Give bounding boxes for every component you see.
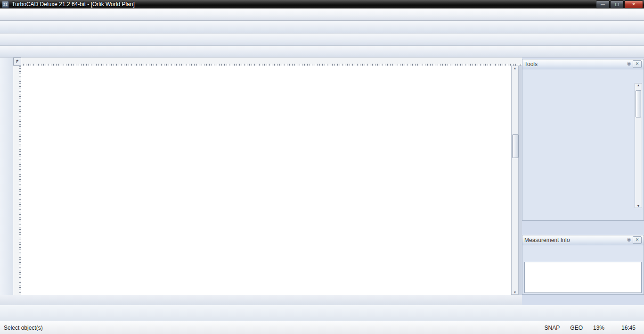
panel-scroll-up-icon[interactable]: ▲ bbox=[635, 84, 642, 87]
vertical-ruler[interactable] bbox=[13, 66, 22, 295]
tools-panel-titlebar[interactable]: Tools ◉ ✕ bbox=[522, 59, 644, 69]
measurement-panel-titlebar[interactable]: Measurement Info ◉ ✕ bbox=[522, 235, 644, 245]
scroll-up-icon[interactable]: ▲ bbox=[512, 67, 518, 70]
ruler-origin-button[interactable]: ↱ bbox=[13, 58, 21, 66]
pin-icon[interactable]: ◉ bbox=[625, 61, 633, 67]
property-toolbar bbox=[0, 46, 644, 58]
app-icon: 21 bbox=[2, 1, 9, 8]
tools-panel: Tools ◉ ✕ ▲ ▼ bbox=[522, 59, 644, 221]
status-bar: Select object(s) SNAP GEO 13% 16:45 bbox=[0, 321, 644, 334]
drawing-canvas[interactable] bbox=[21, 66, 511, 295]
measurement-panel-title: Measurement Info bbox=[524, 237, 570, 243]
minimize-button[interactable]: — bbox=[596, 0, 610, 8]
status-hint: Select object(s) bbox=[4, 325, 43, 331]
tools-panel-title: Tools bbox=[524, 61, 538, 67]
geo-indicator[interactable]: GEO bbox=[570, 325, 583, 331]
panel-scroll-thumb[interactable] bbox=[636, 90, 641, 117]
panel-close-icon[interactable]: ✕ bbox=[633, 236, 642, 244]
model-drawing bbox=[21, 66, 511, 295]
panel-scroll-down-icon[interactable]: ▼ bbox=[635, 204, 642, 208]
horizontal-ruler[interactable] bbox=[21, 58, 522, 66]
title-bar: 21 TurboCAD Deluxe 21.2 64-bit - [Orlik … bbox=[0, 0, 644, 8]
standard-toolbar bbox=[0, 21, 644, 33]
scroll-down-icon[interactable]: ▼ bbox=[512, 291, 518, 294]
window-title: TurboCAD Deluxe 21.2 64-bit - [Orlik Wor… bbox=[12, 1, 135, 8]
vscroll-thumb[interactable] bbox=[512, 134, 519, 158]
drawing-tools-toolbar bbox=[0, 58, 13, 305]
snap-indicator[interactable]: SNAP bbox=[545, 325, 560, 331]
selection-inspector-bar bbox=[0, 305, 644, 321]
pin-icon[interactable]: ◉ bbox=[625, 237, 633, 243]
turbocad-window: 21 TurboCAD Deluxe 21.2 64-bit - [Orlik … bbox=[0, 0, 644, 334]
sheet-tab-bar bbox=[0, 295, 522, 305]
panel-scrollbar[interactable]: ▲ ▼ bbox=[635, 83, 642, 208]
panel-close-icon[interactable]: ✕ bbox=[633, 60, 642, 68]
clock: 16:45 bbox=[621, 325, 636, 331]
menu-bar bbox=[0, 8, 644, 21]
zoom-level: 13% bbox=[593, 325, 615, 331]
close-button[interactable]: ✕ bbox=[624, 0, 643, 8]
palette-tabs bbox=[522, 221, 644, 232]
maximize-button[interactable]: ▢ bbox=[610, 0, 624, 8]
modeling-toolbar bbox=[0, 33, 644, 46]
canvas-vertical-scrollbar[interactable]: ▲ ▼ bbox=[511, 66, 519, 295]
measurement-content bbox=[524, 262, 642, 293]
measurement-info-panel: Measurement Info ◉ ✕ bbox=[522, 235, 644, 295]
